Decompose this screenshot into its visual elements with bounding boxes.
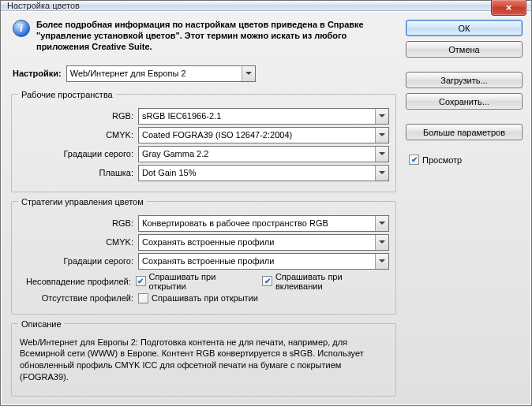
description-legend: Описание <box>18 319 65 329</box>
main-column: i Более подробная информация по настройк… <box>9 20 398 397</box>
window-title: Настройка цветов <box>7 1 80 10</box>
pol-cmyk-label: CMYK: <box>18 237 138 247</box>
checkbox-icon <box>138 293 148 304</box>
ask-paste-label: Спрашивать при вклеивании <box>275 272 389 291</box>
content-area: i Более подробная информация по настройк… <box>1 11 531 405</box>
mismatch-label: Несовпадение профилей: <box>18 277 136 286</box>
ws-gray-dropdown[interactable]: Gray Gamma 2.2 <box>138 146 389 162</box>
titlebar[interactable]: Настройка цветов × <box>1 1 531 11</box>
ask-open-checkbox[interactable]: Спрашивать при открытии <box>136 272 253 291</box>
policies-fieldset: Стратегии управления цветом RGB: Конверт… <box>11 197 396 315</box>
pol-gray-dropdown[interactable]: Сохранять встроенные профили <box>138 253 389 270</box>
missing-label: Отсутствие профилей: <box>18 293 138 303</box>
ws-spot-value: Dot Gain 15% <box>142 168 196 177</box>
close-icon: × <box>506 2 512 13</box>
checkbox-icon <box>409 155 419 165</box>
workspaces-legend: Рабочие пространства <box>18 90 116 99</box>
ws-spot-dropdown[interactable]: Dot Gain 15% <box>138 165 389 181</box>
ws-rgb-dropdown[interactable]: sRGB IEC61966-2.1 <box>138 108 389 125</box>
chevron-down-icon <box>375 166 388 181</box>
chevron-down-icon <box>375 235 388 250</box>
preset-value: Web/Интернет для Европы 2 <box>70 69 186 78</box>
preview-checkbox[interactable]: Просмотр <box>406 155 523 165</box>
color-settings-window: Настройка цветов × i Более подробная инф… <box>0 0 532 406</box>
preset-label: Настройки: <box>13 69 62 78</box>
info-icon: i <box>13 20 30 37</box>
missing-ask-open-label: Спрашивать при открытии <box>152 293 258 303</box>
chevron-down-icon <box>375 128 388 143</box>
policies-legend: Стратегии управления цветом <box>18 197 147 207</box>
workspaces-fieldset: Рабочие пространства RGB: sRGB IEC61966-… <box>11 90 396 192</box>
chevron-down-icon <box>375 254 388 269</box>
ws-rgb-value: sRGB IEC61966-2.1 <box>142 111 221 121</box>
ask-open-label: Спрашивать при открытии <box>149 272 253 291</box>
close-button[interactable]: × <box>491 0 526 16</box>
checkbox-icon <box>262 276 272 286</box>
load-button[interactable]: Загрузить... <box>406 72 523 88</box>
pol-gray-label: Градации серого: <box>18 256 138 266</box>
ws-gray-value: Gray Gamma 2.2 <box>142 149 208 158</box>
chevron-down-icon <box>375 216 388 231</box>
ws-cmyk-label: CMYK: <box>18 130 138 140</box>
pol-rgb-dropdown[interactable]: Конвертировать в рабочее пространство RG… <box>138 215 389 232</box>
preset-row: Настройки: Web/Интернет для Европы 2 <box>13 65 395 82</box>
ws-gray-label: Градации серого: <box>18 149 138 158</box>
pol-cmyk-value: Сохранять встроенные профили <box>142 237 274 247</box>
more-options-button[interactable]: Больше параметров <box>406 124 523 140</box>
chevron-down-icon <box>242 66 255 81</box>
missing-ask-open-checkbox[interactable]: Спрашивать при открытии <box>138 293 258 304</box>
chevron-down-icon <box>375 147 388 162</box>
ws-cmyk-value: Coated FOGRA39 (ISO 12647-2:2004) <box>142 130 292 140</box>
chevron-down-icon <box>375 109 388 124</box>
ok-button[interactable]: ОК <box>406 20 523 36</box>
sidebar: ОК Отмена Загрузить... Сохранить... Боль… <box>406 20 523 397</box>
save-button[interactable]: Сохранить... <box>406 93 523 110</box>
preset-dropdown[interactable]: Web/Интернет для Европы 2 <box>66 65 256 82</box>
preview-label: Просмотр <box>422 155 462 165</box>
cancel-button[interactable]: Отмена <box>406 41 523 58</box>
ask-paste-checkbox[interactable]: Спрашивать при вклеивании <box>262 272 389 291</box>
info-row: i Более подробная информация по настройк… <box>9 20 398 55</box>
ws-rgb-label: RGB: <box>18 111 138 121</box>
checkbox-icon <box>136 276 146 286</box>
ws-spot-label: Плашка: <box>18 168 138 177</box>
pol-gray-value: Сохранять встроенные профили <box>142 256 274 266</box>
ws-cmyk-dropdown[interactable]: Coated FOGRA39 (ISO 12647-2:2004) <box>138 127 389 143</box>
description-fieldset: Описание Web/Интернет для Европы 2: Подг… <box>11 319 396 397</box>
pol-cmyk-dropdown[interactable]: Сохранять встроенные профили <box>138 234 389 251</box>
description-text: Web/Интернет для Европы 2: Подготовка ко… <box>18 335 389 388</box>
pol-rgb-label: RGB: <box>18 218 138 228</box>
pol-rgb-value: Конвертировать в рабочее пространство RG… <box>142 218 328 228</box>
info-text: Более подробная информация по настройкам… <box>36 20 395 52</box>
